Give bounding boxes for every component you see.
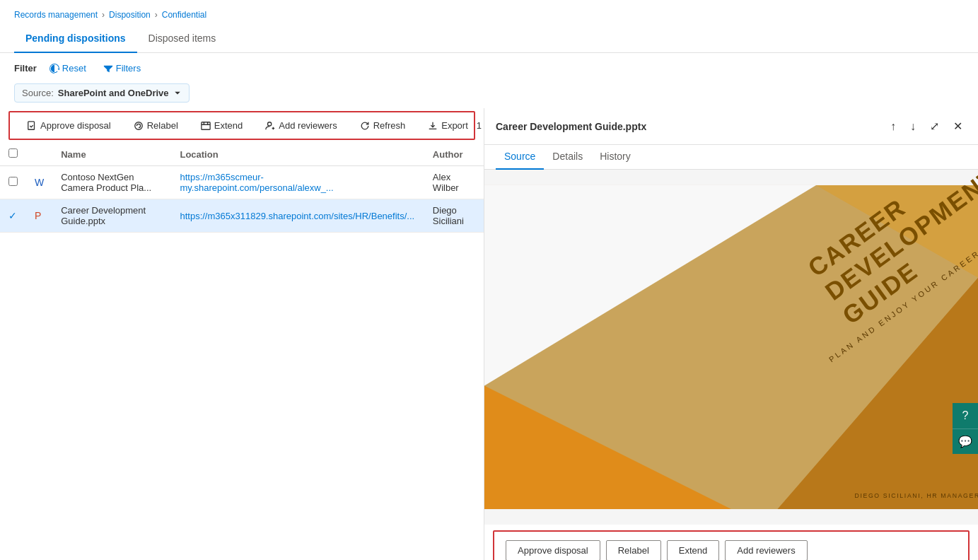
- refresh-icon: [360, 121, 370, 131]
- breadcrumb: Records management › Disposition › Confi…: [0, 0, 978, 25]
- chevron-down-icon: [173, 89, 182, 98]
- expand-button[interactable]: ⤢: [926, 117, 943, 136]
- file-type-cell: W: [26, 166, 52, 199]
- svg-point-1: [134, 122, 142, 129]
- relabel-icon: [134, 121, 144, 131]
- approve-disposal-button[interactable]: Approve disposal: [21, 117, 117, 134]
- source-pill[interactable]: Source: SharePoint and OneDrive: [14, 83, 190, 103]
- refresh-button[interactable]: Refresh: [354, 117, 412, 134]
- powerpoint-icon: P: [35, 210, 41, 221]
- chat-float-button[interactable]: 💬: [953, 428, 978, 454]
- source-value: SharePoint and OneDrive: [58, 88, 169, 98]
- file-preview-area: CAREER DEVELOPMENT GUIDE PLAN AND ENJOY …: [484, 170, 978, 525]
- close-button[interactable]: ✕: [949, 117, 967, 136]
- tab-history[interactable]: History: [591, 145, 639, 169]
- word-icon: W: [35, 177, 44, 188]
- file-location-cell: https://m365x311829.sharepoint.com/sites…: [171, 199, 424, 233]
- navigate-up-button[interactable]: ↑: [886, 117, 900, 136]
- filters-button[interactable]: Filters: [99, 60, 145, 76]
- help-float-button[interactable]: ?: [953, 403, 978, 428]
- add-reviewers-icon: [265, 121, 275, 131]
- check-icon: ✓: [8, 210, 17, 221]
- col-author: Author: [424, 143, 484, 166]
- filter-label: Filter: [14, 63, 37, 74]
- svg-rect-2: [202, 122, 210, 129]
- tab-disposed-items[interactable]: Disposed items: [137, 25, 228, 52]
- file-author-cell: Diego Siciliani: [424, 199, 484, 233]
- tab-details[interactable]: Details: [544, 145, 591, 169]
- bottom-approve-disposal-button[interactable]: Approve disposal: [506, 540, 600, 560]
- svg-point-3: [268, 122, 272, 125]
- export-icon: [428, 121, 438, 131]
- bottom-extend-button[interactable]: Extend: [667, 540, 719, 560]
- breadcrumb-disposition[interactable]: Disposition: [109, 10, 151, 20]
- approve-disposal-icon: [27, 121, 37, 131]
- main-tabs: Pending dispositions Disposed items: [0, 25, 978, 53]
- breadcrumb-records-management[interactable]: Records management: [14, 10, 98, 20]
- slide-preview: CAREER DEVELOPMENT GUIDE PLAN AND ENJOY …: [484, 170, 978, 525]
- row-checkbox[interactable]: [8, 177, 18, 186]
- extend-icon: [201, 121, 211, 131]
- main-layout: Approve disposal Relabel Extend Add revi…: [0, 108, 978, 560]
- col-checkbox: [0, 143, 26, 166]
- col-name: Name: [52, 143, 171, 166]
- extend-button[interactable]: Extend: [195, 117, 248, 134]
- action-toolbar: Approve disposal Relabel Extend Add revi…: [8, 111, 475, 140]
- file-name-cell[interactable]: Contoso NextGen Camera Product Pla...: [52, 166, 171, 199]
- svg-rect-0: [28, 121, 35, 129]
- right-panel-title: Career Development Guide.pptx: [496, 121, 886, 132]
- reset-button[interactable]: Reset: [45, 60, 91, 76]
- source-filter: Source: SharePoint and OneDrive: [14, 83, 964, 103]
- export-button[interactable]: Export: [422, 117, 474, 134]
- col-file-icon: [26, 143, 52, 166]
- file-location-cell: https://m365scmeur-my.sharepoint.com/per…: [171, 166, 424, 199]
- navigate-down-button[interactable]: ↓: [906, 117, 920, 136]
- right-panel-tabs: Source Details History: [484, 145, 978, 170]
- row-checkbox-cell[interactable]: [0, 166, 26, 199]
- table-container: Name Location Author W Contoso NextGen C…: [0, 143, 484, 560]
- col-location: Location: [171, 143, 424, 166]
- add-reviewers-button[interactable]: Add reviewers: [260, 117, 342, 134]
- tab-pending-dispositions[interactable]: Pending dispositions: [14, 25, 137, 52]
- select-all-checkbox[interactable]: [8, 148, 18, 158]
- filter-icon: [103, 64, 113, 74]
- right-panel: Career Development Guide.pptx ↑ ↓ ⤢ ✕ So…: [484, 108, 978, 560]
- relabel-button[interactable]: Relabel: [128, 117, 184, 134]
- left-panel: Approve disposal Relabel Extend Add revi…: [0, 108, 484, 560]
- bottom-actions: Approve disposal Relabel Extend Add revi…: [493, 530, 970, 560]
- svg-text:DIEGO SICILIANI, HR MANAGER: DIEGO SICILIANI, HR MANAGER: [855, 492, 979, 499]
- slide-svg: CAREER DEVELOPMENT GUIDE PLAN AND ENJOY …: [484, 170, 978, 525]
- bottom-add-reviewers-button[interactable]: Add reviewers: [725, 540, 807, 560]
- tab-source[interactable]: Source: [496, 145, 544, 169]
- file-type-cell: P: [26, 199, 52, 233]
- items-table: Name Location Author W Contoso NextGen C…: [0, 143, 484, 233]
- floating-buttons: ? 💬: [953, 403, 978, 454]
- filter-bar: Filter Reset Filters: [0, 53, 978, 83]
- row-checkbox-cell[interactable]: ✓: [0, 199, 26, 233]
- source-label: Source:: [22, 88, 54, 98]
- breadcrumb-confidential[interactable]: Confidential: [162, 10, 206, 20]
- file-name-cell[interactable]: Career Development Guide.pptx: [52, 199, 171, 233]
- file-author-cell: Alex Wilber: [424, 166, 484, 199]
- table-row[interactable]: ✓ P Career Development Guide.pptx https:…: [0, 199, 484, 233]
- reset-icon: [50, 64, 59, 74]
- bottom-relabel-button[interactable]: Relabel: [606, 540, 661, 560]
- right-panel-header: Career Development Guide.pptx ↑ ↓ ⤢ ✕: [484, 108, 978, 145]
- right-nav-buttons: ↑ ↓ ⤢ ✕: [886, 117, 967, 136]
- table-row[interactable]: W Contoso NextGen Camera Product Pla... …: [0, 166, 484, 199]
